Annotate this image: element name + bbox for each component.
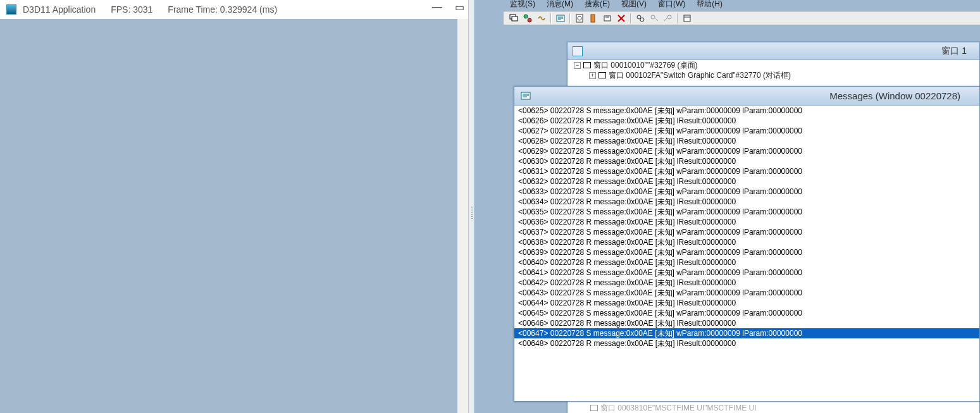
window-node-icon [590,405,598,411]
svg-point-18 [667,15,671,19]
d3d11-titlebar[interactable]: D3D11 Application FPS: 3031 Frame Time: … [0,0,468,19]
tree-label: 窗口 0003810E"MSCTFIME UI"MSCTFIME UI [600,403,757,414]
messages-list[interactable]: <00625> 00220728 S message:0x00AE [未知] w… [514,106,979,401]
message-row[interactable]: <00642> 00220728 R message:0x00AE [未知] l… [514,278,979,288]
minimize-button[interactable]: — [432,1,442,13]
message-row[interactable]: <00640> 00220728 R message:0x00AE [未知] l… [514,257,979,268]
svg-point-2 [524,15,528,18]
app-icon [6,4,16,15]
messages-panel: Messages (Window 00220728) <00625> 00220… [514,86,980,402]
message-row[interactable]: <00625> 00220728 S message:0x00AE [未知] w… [514,106,979,116]
menu-view[interactable]: 视图(V) [621,0,647,10]
window-tree-title: 窗口 1 [941,46,967,57]
messages-icon [521,91,531,101]
menu-bar: 监视(S) 消息(M) 搜索(E) 视图(V) 窗口(W) 帮助(H) [510,0,723,10]
svg-rect-10 [591,15,595,22]
windows-icon[interactable] [507,13,520,24]
message-row[interactable]: <00626> 00220728 R message:0x00AE [未知] l… [514,116,979,126]
mdi-client: 窗口 1 − 窗口 00010010""#32769 (桌面) + 窗口 000… [504,25,980,413]
messages-titlebar[interactable]: Messages (Window 00220728) [514,87,979,106]
svg-rect-11 [604,16,611,21]
d3d11-title-text: D3D11 Application FPS: 3031 Frame Time: … [23,4,277,15]
message-row[interactable]: <00637> 00220728 S message:0x00AE [未知] w… [514,227,979,237]
message-row[interactable]: <00639> 00220728 S message:0x00AE [未知] w… [514,247,979,257]
message-row[interactable]: <00641> 00220728 S message:0x00AE [未知] w… [514,268,979,278]
message-row[interactable]: <00630> 00220728 R message:0x00AE [未知] l… [514,156,979,166]
svg-rect-19 [684,15,690,22]
find-icon[interactable] [634,13,647,24]
svg-point-3 [528,18,531,22]
properties-icon[interactable] [681,13,693,24]
tree-label: 窗口 000102FA"Switch Graphic Card"#32770 (… [609,70,791,81]
svg-point-16 [640,18,644,22]
message-row[interactable]: <00644> 00220728 R message:0x00AE [未知] l… [514,298,979,308]
stop-logging-icon[interactable] [601,13,614,24]
svg-point-17 [651,15,655,19]
window-node-icon [599,72,606,78]
message-row[interactable]: <00632> 00220728 R message:0x00AE [未知] l… [514,176,979,187]
menu-spy[interactable]: 监视(S) [510,0,535,10]
find-window-icon[interactable] [573,13,586,24]
message-row[interactable]: <00631> 00220728 S message:0x00AE [未知] w… [514,166,979,176]
message-row[interactable]: <00629> 00220728 S message:0x00AE [未知] w… [514,146,979,156]
tree-row[interactable]: + 窗口 000102FA"Switch Graphic Card"#32770… [570,70,979,80]
message-row[interactable]: <00643> 00220728 S message:0x00AE [未知] w… [514,288,979,298]
toolbar [504,11,980,25]
message-row[interactable]: <00628> 00220728 R message:0x00AE [未知] l… [514,136,979,146]
collapse-icon[interactable]: − [574,62,581,69]
menu-window[interactable]: 窗口(W) [658,0,685,10]
expand-icon[interactable]: + [589,72,596,79]
logging-options-icon[interactable] [587,13,600,24]
message-row[interactable]: <00646> 00220728 R message:0x00AE [未知] l… [514,318,979,328]
tree-row[interactable]: − 窗口 00010010""#32769 (桌面) [570,60,979,70]
message-row[interactable]: <00638> 00220728 R message:0x00AE [未知] l… [514,237,979,247]
threads-icon[interactable] [535,13,548,24]
log-messages-icon[interactable] [554,13,567,24]
find-prev-icon[interactable] [662,13,674,24]
spyxx-window: 监视(S) 消息(M) 搜索(E) 视图(V) 窗口(W) 帮助(H) 窗口 1 [474,0,980,413]
splitter[interactable] [468,0,474,413]
window-icon [573,46,583,56]
menu-search[interactable]: 搜索(E) [585,0,610,10]
message-row[interactable]: <00633> 00220728 S message:0x00AE [未知] w… [514,187,979,197]
message-row[interactable]: <00634> 00220728 R message:0x00AE [未知] l… [514,197,979,207]
message-row[interactable]: <00627> 00220728 S message:0x00AE [未知] w… [514,126,979,136]
window-tree-titlebar[interactable]: 窗口 1 [568,42,979,60]
processes-icon[interactable] [521,13,534,24]
window-node-icon [583,62,591,68]
message-row[interactable]: <00647> 00220728 S message:0x00AE [未知] w… [514,328,979,338]
clear-log-icon[interactable] [615,13,628,24]
vertical-scrollbar[interactable] [457,19,468,413]
menu-messages[interactable]: 消息(M) [547,0,573,10]
svg-rect-1 [512,16,518,21]
title-app: D3D11 Application [23,4,96,15]
message-row[interactable]: <00635> 00220728 S message:0x00AE [未知] w… [514,207,979,217]
message-row[interactable]: <00648> 00220728 R message:0x00AE [未知] l… [514,338,979,348]
d3d11-client-area [0,19,468,413]
message-row[interactable]: <00636> 00220728 R message:0x00AE [未知] l… [514,217,979,227]
messages-title: Messages (Window 00220728) [829,90,960,101]
menu-help[interactable]: 帮助(H) [697,0,723,10]
find-next-icon[interactable] [648,13,661,24]
maximize-button[interactable]: ▭ [455,1,464,13]
title-fps: FPS: 3031 [111,4,152,15]
message-row[interactable]: <00645> 00220728 S message:0x00AE [未知] w… [514,308,979,318]
d3d11-app-window: D3D11 Application FPS: 3031 Frame Time: … [0,0,468,413]
tree-row[interactable]: 窗口 0003810E"MSCTFIME UI"MSCTFIME UI [590,403,757,413]
tree-label: 窗口 00010010""#32769 (桌面) [593,60,698,71]
title-frametime: Frame Time: 0.329924 (ms) [168,4,277,15]
